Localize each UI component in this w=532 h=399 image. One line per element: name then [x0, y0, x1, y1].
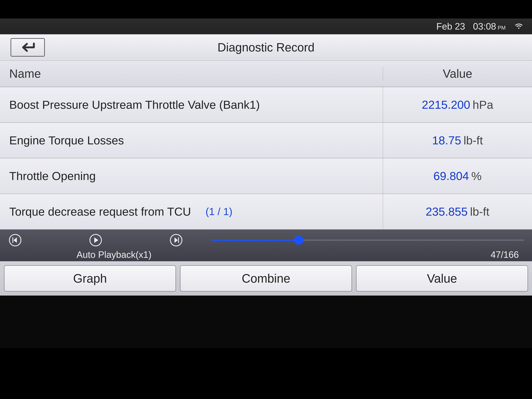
status-date: Feb 23 [436, 21, 465, 32]
skip-forward-button[interactable] [169, 233, 184, 247]
table-row[interactable]: Engine Torque Losses 18.75lb-ft [0, 123, 532, 158]
back-arrow-icon [19, 41, 37, 53]
graph-button[interactable]: Graph [4, 265, 176, 291]
table-row[interactable]: Throttle Opening 69.804% [0, 158, 532, 194]
row-name: Boost Pressure Upstream Throttle Valve (… [0, 87, 383, 122]
row-value: 235.855lb-ft [383, 205, 532, 218]
row-name: Torque decrease request from TCU (1 / 1) [0, 194, 383, 229]
header-value: Value [383, 67, 532, 81]
svg-rect-1 [13, 237, 13, 243]
playback-position: 47/166 [491, 249, 519, 260]
svg-rect-4 [178, 237, 179, 243]
status-time: 03:08 PM [473, 21, 506, 32]
page-title: Diagnostic Record [0, 41, 532, 54]
playback-bar: Auto Playback(x1) 47/166 [0, 230, 532, 261]
header-name: Name [0, 67, 383, 81]
row-value: 18.75lb-ft [383, 134, 532, 147]
slider-fill [211, 240, 299, 241]
frame-indicator: (1 / 1) [206, 206, 233, 218]
row-value: 2215.200hPa [383, 98, 532, 112]
slider-thumb[interactable] [294, 235, 303, 245]
skip-forward-icon [170, 234, 183, 247]
table-row[interactable]: Boost Pressure Upstream Throttle Valve (… [0, 87, 532, 123]
skip-back-icon [9, 234, 22, 247]
table-row[interactable]: Torque decrease request from TCU (1 / 1)… [0, 194, 532, 230]
playback-slider[interactable] [211, 234, 524, 247]
data-table: Name Value Boost Pressure Upstream Throt… [0, 61, 532, 230]
table-header: Name Value [0, 61, 532, 87]
play-icon [89, 234, 102, 247]
status-time-value: 03:08 [473, 21, 496, 32]
row-name: Throttle Opening [0, 158, 383, 194]
status-time-ampm: PM [498, 25, 506, 31]
playback-mode-label: Auto Playback(x1) [76, 249, 152, 260]
bottom-button-bar: Graph Combine Value [0, 261, 532, 296]
app-window: Diagnostic Record Name Value Boost Press… [0, 34, 532, 296]
status-bar: Feb 23 03:08 PM [0, 19, 532, 34]
value-button[interactable]: Value [356, 265, 528, 291]
device-screen: Feb 23 03:08 PM Diagnostic Record Name V… [0, 19, 532, 348]
wifi-icon [513, 20, 524, 33]
combine-button[interactable]: Combine [180, 265, 352, 291]
row-name: Engine Torque Losses [0, 123, 383, 158]
skip-back-button[interactable] [8, 233, 22, 247]
title-bar: Diagnostic Record [0, 34, 532, 61]
play-button[interactable] [89, 233, 103, 247]
row-value: 69.804% [383, 169, 532, 183]
back-button[interactable] [11, 38, 45, 57]
